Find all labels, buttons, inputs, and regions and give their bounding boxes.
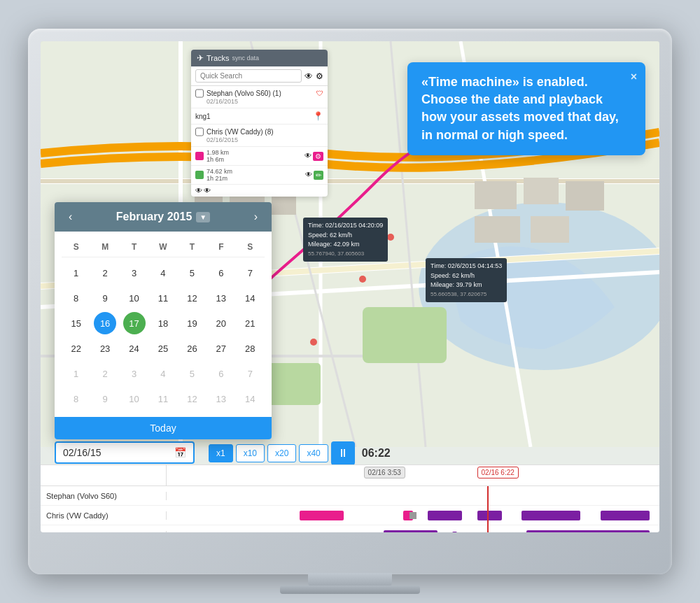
cal-day-16[interactable]: 16 [94, 312, 116, 334]
calendar-next-button[interactable]: › [250, 209, 262, 225]
cal-day-27[interactable]: 27 [210, 337, 232, 360]
tl-time-col-header: 02/16 3:53 02/16 6:22 [167, 465, 659, 486]
cal-day-12[interactable]: 12 [181, 287, 203, 309]
cal-day-7[interactable]: 7 [239, 262, 261, 284]
date-input[interactable]: 02/16/15 📅 [55, 441, 195, 464]
speed-x1-button[interactable]: x1 [209, 444, 233, 462]
cal-day-19[interactable]: 19 [181, 312, 203, 334]
cal-day-24[interactable]: 24 [123, 337, 146, 360]
tl-bars-chris [167, 506, 659, 525]
cal-day-8[interactable]: 8 [65, 287, 88, 309]
calendar-prev-button[interactable]: ‹ [64, 209, 76, 225]
cal-day-6[interactable]: 6 [210, 262, 232, 284]
cal-day-om-5[interactable]: 5 [181, 362, 203, 385]
asset-item-kng1: kng1 📍 [191, 108, 328, 125]
search-input[interactable] [195, 69, 302, 83]
today-button[interactable]: Today [55, 417, 272, 439]
asset-checkbox-chris[interactable] [195, 127, 204, 136]
map-tooltip-2: Time: 02/6/2015 04:14:53 Speed: 62 km/h … [426, 258, 507, 302]
cal-day-23[interactable]: 23 [94, 337, 116, 360]
cal-day-om-11[interactable]: 11 [152, 388, 174, 410]
cal-day-om-10[interactable]: 10 [123, 388, 146, 410]
michael-bar-1 [384, 530, 438, 533]
track-time-2: 1h 21m [206, 175, 302, 182]
tl-label-col-header [41, 465, 167, 485]
cal-day-5[interactable]: 5 [181, 262, 203, 284]
cal-day-25[interactable]: 25 [152, 337, 174, 360]
svg-rect-13 [363, 307, 447, 363]
search-bar[interactable]: 👁 ⚙ [191, 66, 328, 86]
cal-day-om-7[interactable]: 7 [239, 362, 261, 385]
monitor-base [280, 586, 420, 594]
speed-x40-button[interactable]: x40 [299, 444, 328, 462]
cal-day-21[interactable]: 21 [239, 312, 261, 334]
cal-day-28[interactable]: 28 [239, 337, 261, 360]
settings-icon[interactable]: ⚙ [316, 71, 323, 81]
cal-day-15[interactable]: 15 [65, 312, 88, 334]
tooltip2-line4: 55.660538, 37.620675 [430, 290, 502, 299]
tl-name-stephan: Stephan (Volvo S60) [41, 492, 167, 500]
tooltip1-line2: Speed: 62 km/h [308, 231, 383, 241]
cal-day-om-12[interactable]: 12 [181, 388, 203, 410]
cal-day-2[interactable]: 2 [94, 262, 116, 284]
cal-day-om-3[interactable]: 3 [123, 362, 146, 385]
svg-point-26 [310, 339, 317, 346]
cal-day-10[interactable]: 10 [123, 287, 146, 309]
cal-day-om-4[interactable]: 4 [152, 362, 174, 385]
day-header-t2: T [178, 240, 206, 254]
cal-day-1[interactable]: 1 [65, 262, 88, 284]
cal-day-11[interactable]: 11 [152, 287, 174, 309]
cal-day-om-13[interactable]: 13 [210, 388, 232, 410]
panel-subtitle: sync data [232, 55, 260, 62]
eye-track-icon-1[interactable]: 👁 [304, 152, 312, 161]
cal-day-om-9[interactable]: 9 [94, 388, 116, 410]
panel-header: ✈ Tracks sync data [191, 50, 328, 66]
cal-day-3[interactable]: 3 [123, 262, 146, 284]
play-pause-button[interactable]: ⏸ [331, 441, 355, 465]
calendar-icon[interactable]: 📅 [174, 447, 186, 458]
cal-day-om-14[interactable]: 14 [239, 388, 261, 410]
panel-title: Tracks [206, 54, 230, 62]
track-checkbox-1[interactable] [195, 152, 204, 160]
calendar-header: ‹ February 2015 ▼ › [55, 202, 272, 232]
eye-icon[interactable]: 👁 [304, 71, 313, 81]
asset-checkbox-stephan[interactable] [195, 89, 204, 98]
cal-day-4[interactable]: 4 [152, 262, 174, 284]
edit-track-icon-2[interactable]: ✏ [314, 171, 323, 180]
speed-x20-button[interactable]: x20 [267, 444, 296, 462]
bubble-close-button[interactable]: × [631, 69, 637, 85]
cal-day-17[interactable]: 17 [123, 312, 146, 334]
cal-day-om-2[interactable]: 2 [94, 362, 116, 385]
shield-icon: 🛡 [316, 90, 323, 97]
cal-day-18[interactable]: 18 [152, 312, 174, 334]
day-header-w: W [148, 240, 177, 254]
eye-icon-4[interactable]: 👁 [204, 187, 211, 194]
eye-icon-3[interactable]: 👁 [195, 187, 202, 194]
cal-day-om-6[interactable]: 6 [210, 362, 232, 385]
cal-day-13[interactable]: 13 [210, 287, 232, 309]
monitor-frame: ✈ Tracks sync data 👁 ⚙ Stephan (Volvo S [28, 29, 672, 574]
track-time-1: 1h 6m [206, 156, 302, 163]
cal-day-14[interactable]: 14 [239, 287, 261, 309]
eye-track-icon-2[interactable]: 👁 [305, 171, 312, 180]
cal-day-20[interactable]: 20 [210, 312, 232, 334]
tl-row-stephan: Stephan (Volvo S60) [41, 486, 659, 506]
asset-item-chris: Chris (VW Caddy) (8) 02/16/2015 [191, 125, 328, 147]
track-row-2: 74.62 km 1h 21m 👁 ✏ [191, 166, 328, 185]
calendar-dropdown-arrow[interactable]: ▼ [196, 212, 210, 222]
cal-day-om-1[interactable]: 1 [65, 362, 88, 385]
date-input-row: 02/16/15 📅 [55, 441, 195, 464]
cal-day-9[interactable]: 9 [94, 287, 116, 309]
track-dist-2: 74.62 km [206, 168, 302, 175]
michael-bar-3 [526, 530, 650, 533]
calendar-month-year: February 2015 [116, 211, 192, 223]
cal-day-26[interactable]: 26 [181, 337, 203, 360]
chris-bar-5 [522, 511, 580, 520]
speed-x10-button[interactable]: x10 [236, 444, 265, 462]
cal-day-22[interactable]: 22 [65, 337, 88, 360]
cal-day-om-8[interactable]: 8 [65, 388, 88, 410]
settings-track-icon-1[interactable]: ⚙ [313, 152, 323, 161]
track-checkbox-2[interactable] [195, 171, 204, 179]
tooltip2-line1: Time: 02/6/2015 04:14:53 [430, 262, 502, 271]
tl-name-michael: Michael (Mazda 6) [41, 531, 167, 533]
